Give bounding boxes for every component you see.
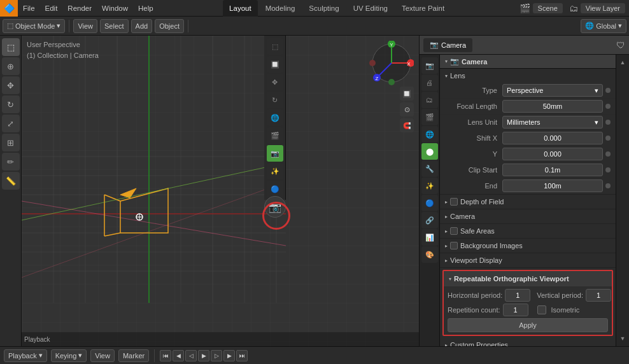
bg-images-checkbox[interactable]: [450, 242, 458, 249]
prop-icon-object[interactable]: ⬤: [421, 143, 438, 160]
iso-checkbox[interactable]: [537, 305, 546, 314]
prop-icon-scene[interactable]: 🎬: [421, 109, 438, 125]
strip-icon-8[interactable]: ✨: [267, 163, 283, 179]
play-btn[interactable]: ▶: [198, 350, 209, 361]
view-layer-name[interactable]: View Layer: [581, 3, 625, 13]
jump-end-btn[interactable]: ⏭: [236, 350, 248, 361]
vert-input[interactable]: 1: [586, 289, 611, 302]
viewport-gizmo-btn[interactable]: ⊙: [400, 102, 414, 116]
tab-sculpting[interactable]: Sculpting: [302, 0, 345, 17]
viewport-gizmo[interactable]: X Y Z: [369, 41, 414, 85]
prop-icon-world[interactable]: 🌐: [421, 126, 438, 143]
bg-images-header[interactable]: ▸ Background Images: [440, 239, 616, 253]
strip-icon-6[interactable]: 🎬: [267, 127, 283, 144]
tool-transform[interactable]: ⊞: [2, 134, 20, 151]
lens-unit-value[interactable]: Millimeters ▾: [502, 116, 603, 129]
shift-y-label: Y: [445, 150, 502, 158]
tab-texture-paint[interactable]: Texture Paint: [395, 0, 451, 17]
scroll-up-icon[interactable]: ▲: [618, 57, 628, 67]
transform-mode[interactable]: 🌐 Global ▾: [581, 19, 626, 33]
repeatable-ortho-header[interactable]: ▾ Repeatable Orthographic Viewport: [444, 271, 612, 286]
clip-start-value[interactable]: 0.1m: [502, 164, 603, 176]
camera-sub-header[interactable]: ▸ Camera: [440, 209, 616, 223]
tab-modeling[interactable]: Modeling: [259, 0, 302, 17]
prop-icon-physics[interactable]: 🔵: [421, 195, 438, 211]
dof-checkbox[interactable]: [450, 198, 458, 206]
menu-render[interactable]: Render: [62, 0, 97, 17]
prop-icon-constraints[interactable]: 🔗: [421, 212, 438, 228]
editor-toolbar: ⬚ Object Mode ▾ View Select Add Object 🌐…: [0, 17, 629, 36]
next-frame-btn[interactable]: ▶: [223, 350, 235, 361]
tool-cursor[interactable]: ⊕: [2, 57, 20, 75]
menu-edit[interactable]: Edit: [40, 0, 63, 17]
safe-areas-checkbox[interactable]: [450, 227, 458, 235]
tool-select[interactable]: ⬚: [2, 38, 20, 56]
next-keyframe-btn[interactable]: ▷: [211, 350, 222, 361]
tab-layout[interactable]: Layout: [223, 0, 258, 17]
prev-frame-btn[interactable]: ◀: [173, 350, 184, 361]
apply-button[interactable]: Apply: [448, 318, 608, 332]
strip-icon-9[interactable]: 🔵: [267, 181, 283, 197]
viewport-3d[interactable]: User Perspective (1) Collection | Camera…: [22, 36, 419, 346]
clip-end-value[interactable]: 100m: [502, 179, 603, 192]
menu-help[interactable]: Help: [133, 0, 159, 17]
tool-measure[interactable]: 📏: [2, 172, 20, 190]
strip-icon-3[interactable]: ✥: [267, 74, 283, 90]
playback-btn[interactable]: Playback ▾: [4, 349, 47, 362]
camera-section-header[interactable]: ▾ 📷 Camera: [440, 55, 616, 69]
menu-file[interactable]: File: [18, 0, 40, 17]
marker-btn[interactable]: Marker: [118, 349, 149, 362]
shift-x-value[interactable]: 0.000: [502, 132, 603, 144]
tool-rotate[interactable]: ↻: [2, 95, 20, 113]
prop-icon-render[interactable]: 📷: [421, 57, 438, 74]
strip-icon-2[interactable]: 🔲: [267, 56, 283, 73]
prop-icon-particles[interactable]: ✨: [421, 178, 438, 194]
tool-move[interactable]: ✥: [2, 76, 20, 94]
custom-props-header[interactable]: ▸ Custom Properties: [440, 338, 616, 346]
strip-icon-4[interactable]: ↻: [267, 92, 283, 108]
focal-value[interactable]: 50mm: [502, 100, 603, 113]
scroll-down-icon[interactable]: ▼: [618, 333, 628, 344]
prop-icon-data[interactable]: 📊: [421, 229, 438, 246]
add-menu[interactable]: Add: [131, 19, 153, 33]
prev-keyframe-btn[interactable]: ◁: [185, 350, 197, 361]
menu-window[interactable]: Window: [97, 0, 133, 17]
viewport-display-header[interactable]: ▸ Viewport Display: [440, 253, 616, 267]
viewport-overlay-btn[interactable]: 🔲: [400, 87, 414, 101]
select-menu[interactable]: Select: [100, 19, 129, 33]
view-btn[interactable]: View: [90, 349, 115, 362]
viewport-display-title: Viewport Display: [450, 256, 502, 264]
dof-header[interactable]: ▸ Depth of Field: [440, 195, 616, 209]
lens-collapse-header[interactable]: ▾ Lens: [440, 69, 616, 83]
prop-icon-view-layer[interactable]: 🗂: [421, 92, 438, 108]
type-chevron: ▾: [595, 87, 598, 95]
rep-input[interactable]: 1: [503, 304, 528, 316]
prop-icon-material[interactable]: 🎨: [421, 246, 438, 263]
prop-icon-output[interactable]: 🖨: [421, 74, 438, 91]
tool-annotate[interactable]: ✏: [2, 153, 20, 171]
type-value[interactable]: Perspective ▾: [502, 84, 603, 97]
jump-start-btn[interactable]: ⏮: [160, 350, 171, 361]
svg-line-21: [104, 233, 120, 236]
strip-icon-1[interactable]: ⬚: [267, 38, 283, 55]
horiz-input[interactable]: 1: [505, 289, 530, 302]
mode-select[interactable]: ⬚ Object Mode ▾: [3, 19, 65, 33]
keying-btn[interactable]: Keying ▾: [51, 349, 87, 362]
strip-icon-5[interactable]: 🌐: [267, 109, 283, 126]
prop-tab-camera[interactable]: 📷 Camera: [423, 38, 472, 52]
viewport-perspective: User Perspective: [27, 39, 99, 50]
tool-scale[interactable]: ⤢: [2, 115, 20, 132]
shift-y-value[interactable]: 0.000: [502, 148, 603, 160]
tab-uv-editing[interactable]: UV Editing: [347, 0, 394, 17]
strip-icon-camera[interactable]: 📷: [267, 145, 283, 162]
prop-row-lens-unit: Lens Unit Millimeters ▾: [440, 115, 616, 130]
view-menu[interactable]: View: [73, 19, 97, 33]
prop-icon-modifiers[interactable]: 🔧: [421, 160, 438, 177]
scene-name[interactable]: Scene: [533, 3, 563, 13]
object-menu[interactable]: Object: [155, 19, 184, 33]
hl-row-1: Horizontal period: 1 Vertical period: 1 …: [448, 289, 608, 302]
camera-sidebar-icon[interactable]: 📷: [264, 196, 286, 218]
viewport-snap-btn[interactable]: 🧲: [400, 118, 414, 132]
viewport-collection: (1) Collection | Camera: [27, 50, 99, 61]
safe-areas-header[interactable]: ▸ Safe Areas: [440, 224, 616, 238]
